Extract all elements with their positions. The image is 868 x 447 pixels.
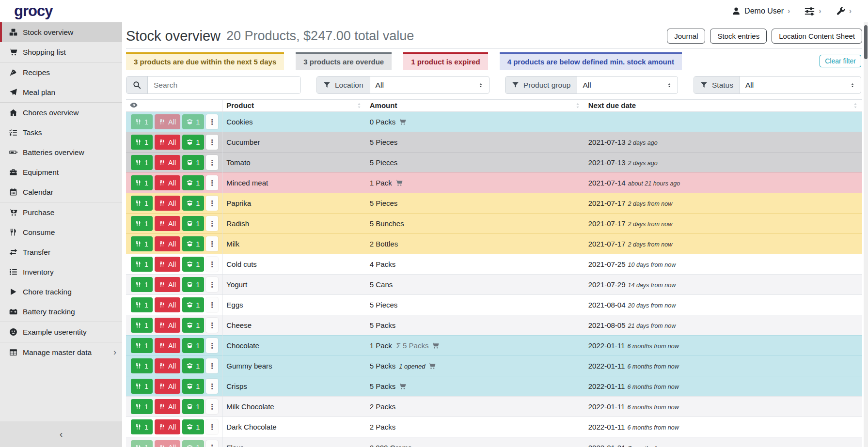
row-menu-button[interactable]: ⋮ [206, 338, 218, 353]
status-banner-overdue[interactable]: 3 products are overdue [296, 52, 392, 70]
open-one-button[interactable]: 1 [182, 379, 204, 394]
open-one-button[interactable]: 1 [182, 155, 204, 170]
consume-all-button[interactable]: All [155, 216, 180, 231]
status-banner-belowmin[interactable]: 4 products are below defined min. stock … [500, 52, 682, 70]
admin-menu[interactable]: › [836, 7, 852, 16]
consume-all-button[interactable]: All [155, 277, 180, 292]
consume-all-button[interactable]: All [155, 175, 180, 190]
open-one-button[interactable]: 1 [182, 277, 204, 292]
sidebar-item-tasks[interactable]: Tasks [0, 123, 122, 142]
status-banner-due[interactable]: 3 products are due within the next 5 day… [126, 52, 284, 70]
sidebar-item-inventory[interactable]: Inventory [0, 262, 122, 282]
journal-button[interactable]: Journal [667, 29, 705, 44]
consume-one-button[interactable]: 1 [131, 440, 153, 447]
consume-one-button[interactable]: 1 [131, 175, 153, 190]
open-one-button[interactable]: 1 [182, 318, 204, 333]
open-one-button[interactable]: 1 [182, 175, 204, 190]
open-one-button[interactable]: 1 [182, 216, 204, 231]
consume-one-button[interactable]: 1 [131, 338, 153, 353]
location-content-sheet-button[interactable]: Location Content Sheet [772, 29, 862, 44]
sidebar-item-battery-tracking[interactable]: Battery tracking [0, 302, 122, 322]
consume-one-button[interactable]: 1 [131, 379, 153, 394]
consume-one-button[interactable]: 1 [131, 257, 153, 272]
stock-entries-button[interactable]: Stock entries [710, 29, 767, 44]
settings-menu[interactable]: › [805, 6, 821, 16]
row-menu-button[interactable]: ⋮ [206, 358, 218, 373]
row-menu-button[interactable]: ⋮ [206, 277, 218, 292]
consume-all-button[interactable]: All [155, 440, 180, 447]
search-input[interactable] [148, 77, 300, 93]
column-header-amount[interactable]: Amount [366, 100, 584, 112]
open-one-button[interactable]: 1 [182, 399, 204, 414]
consume-one-button[interactable]: 1 [131, 216, 153, 231]
row-menu-button[interactable]: ⋮ [206, 196, 218, 211]
row-menu-button[interactable]: ⋮ [206, 318, 218, 333]
consume-one-button[interactable]: 1 [131, 114, 153, 129]
consume-all-button[interactable]: All [155, 114, 180, 129]
row-menu-button[interactable]: ⋮ [206, 175, 218, 190]
consume-all-button[interactable]: All [155, 297, 180, 312]
sidebar-item-meal-plan[interactable]: Meal plan [0, 82, 122, 102]
open-one-button[interactable]: 1 [182, 358, 204, 373]
column-header-next-due-date[interactable]: Next due date [584, 100, 862, 112]
sidebar-item-manage-master-data[interactable]: Manage master data › [0, 342, 122, 362]
sidebar-item-consume[interactable]: Consume [0, 222, 122, 242]
clear-filter-button[interactable]: Clear filter [820, 55, 861, 67]
open-one-button[interactable]: 1 [182, 196, 204, 211]
open-one-button[interactable]: 1 [182, 114, 204, 129]
column-header-product[interactable]: Product [222, 100, 366, 112]
sidebar-item-chores-overview[interactable]: Chores overview [0, 103, 122, 123]
filter-product-group-select[interactable]: All [577, 77, 678, 93]
open-one-button[interactable]: 1 [182, 135, 204, 150]
status-banner-expired[interactable]: 1 product is expired [403, 52, 488, 70]
scrollbar-thumb[interactable] [864, 25, 868, 59]
consume-all-button[interactable]: All [155, 236, 180, 251]
sidebar-item-example-userentity[interactable]: Example userentity [0, 322, 122, 342]
open-one-button[interactable]: 1 [182, 419, 204, 434]
open-one-button[interactable]: 1 [182, 236, 204, 251]
sidebar-item-chore-tracking[interactable]: Chore tracking [0, 282, 122, 302]
row-menu-button[interactable]: ⋮ [206, 419, 218, 434]
filter-location-select[interactable]: All [370, 77, 489, 93]
sidebar-item-stock-overview[interactable]: Stock overview [0, 22, 122, 42]
row-menu-button[interactable]: ⋮ [206, 379, 218, 394]
row-menu-button[interactable]: ⋮ [206, 155, 218, 170]
row-menu-button[interactable]: ⋮ [206, 135, 218, 150]
consume-one-button[interactable]: 1 [131, 155, 153, 170]
open-one-button[interactable]: 1 [182, 297, 204, 312]
consume-all-button[interactable]: All [155, 419, 180, 434]
sidebar-item-transfer[interactable]: Transfer [0, 242, 122, 262]
sidebar-item-purchase[interactable]: Purchase [0, 202, 122, 222]
row-menu-button[interactable]: ⋮ [206, 216, 218, 231]
open-one-button[interactable]: 1 [182, 440, 204, 447]
sidebar-item-equipment[interactable]: Equipment [0, 162, 122, 182]
consume-all-button[interactable]: All [155, 196, 180, 211]
column-visibility-toggle[interactable] [126, 100, 222, 112]
sidebar-item-calendar[interactable]: Calendar [0, 182, 122, 202]
row-menu-button[interactable]: ⋮ [206, 399, 218, 414]
open-one-button[interactable]: 1 [182, 257, 204, 272]
consume-all-button[interactable]: All [155, 358, 180, 373]
user-menu[interactable]: Demo User › [732, 7, 790, 15]
row-menu-button[interactable]: ⋮ [206, 440, 218, 447]
consume-all-button[interactable]: All [155, 338, 180, 353]
row-menu-button[interactable]: ⋮ [206, 114, 218, 129]
consume-one-button[interactable]: 1 [131, 318, 153, 333]
consume-one-button[interactable]: 1 [131, 196, 153, 211]
row-menu-button[interactable]: ⋮ [206, 236, 218, 251]
consume-one-button[interactable]: 1 [131, 135, 153, 150]
consume-one-button[interactable]: 1 [131, 297, 153, 312]
consume-all-button[interactable]: All [155, 155, 180, 170]
filter-status-select[interactable]: All [740, 77, 861, 93]
consume-all-button[interactable]: All [155, 399, 180, 414]
consume-one-button[interactable]: 1 [131, 399, 153, 414]
consume-all-button[interactable]: All [155, 379, 180, 394]
consume-one-button[interactable]: 1 [131, 419, 153, 434]
consume-one-button[interactable]: 1 [131, 358, 153, 373]
consume-all-button[interactable]: All [155, 318, 180, 333]
open-one-button[interactable]: 1 [182, 338, 204, 353]
consume-one-button[interactable]: 1 [131, 236, 153, 251]
consume-one-button[interactable]: 1 [131, 277, 153, 292]
row-menu-button[interactable]: ⋮ [206, 257, 218, 272]
consume-all-button[interactable]: All [155, 135, 180, 150]
